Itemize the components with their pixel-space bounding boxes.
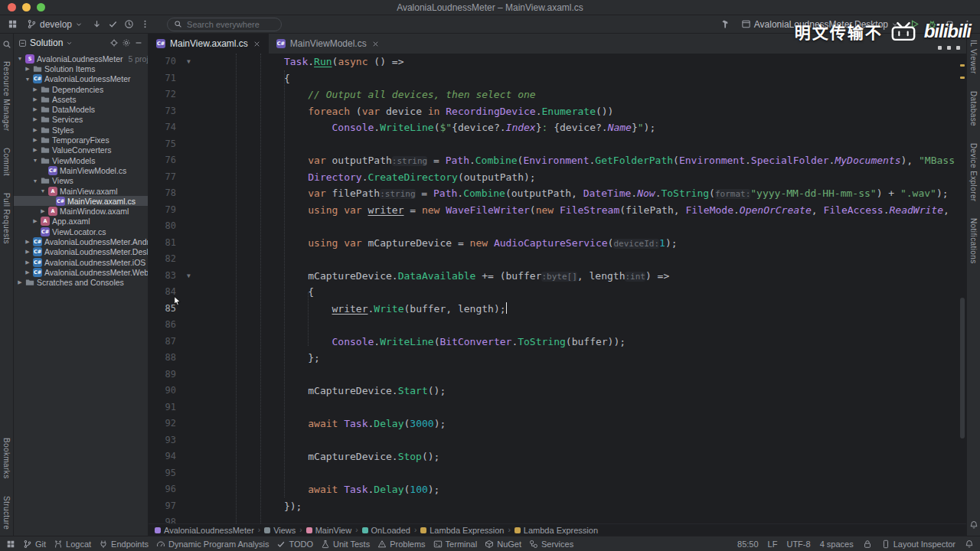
stripe-search-icon[interactable] (2, 40, 11, 49)
status-item-unit-tests[interactable]: Unit Tests (321, 540, 370, 549)
code-line-90[interactable]: 90 mCaptureDevice.Start(); (149, 383, 966, 399)
tree-chevron-icon[interactable]: ▶ (24, 249, 31, 255)
tool-window-button-device-explorer[interactable]: Device Explorer (969, 143, 978, 202)
code-line-91[interactable]: 91 (149, 399, 966, 416)
code-line-73[interactable]: 73 foreach (var device in RecordingDevic… (149, 103, 966, 120)
code-line-78[interactable]: 78 var filePath:string = Path.Combine(ou… (149, 185, 966, 202)
breadcrumb-lambda-expression[interactable]: Lambda Expression (420, 526, 504, 535)
panel-settings-icon[interactable] (122, 38, 131, 47)
code-line-93[interactable]: 93 (149, 432, 966, 449)
breadcrumb-mainview[interactable]: MainView (306, 526, 352, 535)
code-line-80[interactable]: 80 (149, 218, 966, 235)
breadcrumb-lambda-expression[interactable]: Lambda Expression (514, 526, 598, 535)
code-line-84[interactable]: 84 { (149, 284, 966, 301)
breadcrumb-avalonialoudnessmeter[interactable]: AvaloniaLoudnessMeter (155, 526, 254, 535)
minimize-window-button[interactable] (22, 3, 31, 11)
tree-item-avalonialoudnessmeter-web[interactable]: ▶C#AvaloniaLoudnessMeter.Web (14, 267, 148, 277)
tool-window-button-database[interactable]: Database (969, 91, 978, 126)
layouts-icon[interactable] (6, 540, 15, 549)
build-icon[interactable] (720, 19, 730, 29)
tree-chevron-icon[interactable]: ▶ (24, 239, 31, 245)
tree-item-avalonialoudnessmeter[interactable]: ▼SAvaloniaLoudnessMeter5 projects (14, 54, 148, 64)
tab-mainview-axaml-cs[interactable]: C#MainView.axaml.cs (149, 34, 269, 54)
tree-chevron-icon[interactable]: ▼ (17, 56, 23, 61)
tree-item-mainviewmodel-cs[interactable]: C#MainViewModel.cs (14, 165, 148, 175)
code-line-82[interactable]: 82 (149, 251, 966, 268)
tool-window-button-notifications[interactable]: Notifications (969, 218, 978, 264)
code-editor[interactable]: 70▼ Task.Run(async () =>71 {72 // Output… (149, 54, 966, 523)
vcs-update-icon[interactable] (92, 19, 102, 29)
status-item-git[interactable]: Git (23, 540, 46, 549)
notifications-icon[interactable] (969, 520, 978, 530)
breadcrumb-onloaded[interactable]: OnLoaded (362, 526, 410, 535)
status-item-services[interactable]: Services (529, 540, 573, 549)
tree-chevron-icon[interactable]: ▼ (32, 158, 38, 163)
tree-item-scratches-and-consoles[interactable]: ▶Scratches and Consoles (14, 278, 148, 288)
status-item-layout-inspector[interactable]: Layout Inspector (881, 540, 956, 549)
status-item-85-50[interactable]: 85:50 (737, 540, 759, 549)
tree-chevron-icon[interactable]: ▶ (32, 218, 38, 224)
tree-item-valueconverters[interactable]: ▶ValueConverters (14, 145, 148, 155)
code-line-89[interactable]: 89 (149, 367, 966, 383)
code-line-94[interactable]: 94 mCaptureDevice.Stop(); (149, 448, 966, 465)
tool-window-button-il-viewer[interactable]: IL Viewer (969, 40, 978, 74)
tree-chevron-icon[interactable]: ▶ (32, 86, 38, 93)
tree-item-styles[interactable]: ▶Styles (14, 125, 148, 135)
more-actions-icon[interactable] (140, 19, 150, 29)
editor-scrollbar[interactable] (960, 298, 965, 439)
code-line-81[interactable]: 81 using var mCaptureDevice = new AudioC… (149, 235, 966, 252)
tab-mainviewmodel-cs[interactable]: C#MainViewModel.cs (269, 34, 387, 54)
tree-chevron-icon[interactable]: ▶ (32, 137, 38, 143)
status-item-problems[interactable]: Problems (377, 540, 425, 549)
stop-button-icon[interactable] (945, 19, 955, 29)
status-item-endpoints[interactable]: Endpoints (99, 540, 149, 549)
maximize-window-button[interactable] (37, 3, 45, 11)
tree-chevron-icon[interactable]: ▶ (32, 96, 38, 103)
tree-item-datamodels[interactable]: ▶DataModels (14, 104, 148, 114)
tree-item-viewmodels[interactable]: ▼ViewModels (14, 155, 148, 165)
code-line-86[interactable]: 86 (149, 317, 966, 334)
status-item-bell[interactable] (965, 540, 974, 549)
close-tab-icon[interactable] (253, 40, 261, 48)
tree-item-views[interactable]: ▼Views (14, 176, 148, 186)
tree-item-mainview-axaml-cs[interactable]: C#MainView.axaml.cs (14, 196, 148, 206)
vcs-commit-icon[interactable] (108, 19, 118, 29)
tool-window-button-resource-manager[interactable]: Resource Manager (2, 61, 11, 131)
git-branch-widget[interactable]: develop (24, 18, 86, 31)
code-line-72[interactable]: 72 // Output all devices, then select on… (149, 86, 966, 103)
code-line-85[interactable]: 85 writer.Write(buffer, length); (149, 301, 966, 318)
code-line-87[interactable]: 87 Console.WriteLine(BitConverter.ToStri… (149, 334, 966, 350)
status-item-logcat[interactable]: Logcat (54, 540, 91, 549)
code-line-75[interactable]: 75 (149, 136, 966, 153)
code-line-79[interactable]: 79 using var writer = new WaveFileWriter… (149, 202, 966, 219)
tree-chevron-icon[interactable]: ▶ (17, 279, 23, 285)
tree-item-app-axaml[interactable]: ▶AApp.axaml (14, 217, 148, 227)
tree-chevron-icon[interactable]: ▶ (24, 259, 31, 266)
code-line-77[interactable]: 77 Directory.CreateDirectory(outputPath)… (149, 169, 966, 186)
tree-chevron-icon[interactable]: ▶ (32, 127, 38, 133)
tree-chevron-icon[interactable]: ▼ (24, 77, 31, 82)
status-item-4-spaces[interactable]: 4 spaces (820, 540, 854, 549)
search-everywhere[interactable]: Search everywhere (167, 18, 282, 31)
tree-item-avalonialoudnessmeter-desktop[interactable]: ▶C#AvaloniaLoudnessMeter.Desktop (14, 247, 148, 257)
window-controls[interactable] (0, 3, 45, 11)
status-item-lf[interactable]: LF (768, 540, 778, 549)
tree-item-dependencies[interactable]: ▶Dependencies (14, 84, 148, 94)
tool-window-button-pull-requests[interactable]: Pull Requests (2, 193, 11, 244)
breadcrumb-views[interactable]: Views (264, 526, 296, 535)
status-item-utf-8[interactable]: UTF-8 (786, 540, 810, 549)
tree-item-avalonialoudnessmeter-android[interactable]: ▶C#AvaloniaLoudnessMeter.Android (14, 236, 148, 246)
close-window-button[interactable] (8, 3, 16, 11)
tool-window-button-structure[interactable]: Structure (2, 496, 11, 530)
tree-item-temporaryfixes[interactable]: ▶TemporaryFixes (14, 135, 148, 145)
tree-item-avalonialoudnessmeter[interactable]: ▼C#AvaloniaLoudnessMeter (14, 74, 148, 84)
tool-window-button-commit[interactable]: Commit (2, 148, 11, 176)
status-item-dynamic-program-analysis[interactable]: Dynamic Program Analysis (156, 540, 269, 549)
tree-item-mainwindow-axaml[interactable]: ▶AMainWindow.axaml (14, 206, 148, 216)
status-item-nuget[interactable]: NuGet (485, 540, 521, 549)
fold-chevron-icon[interactable]: ▼ (181, 268, 212, 285)
tree-item-solution-items[interactable]: ▶Solution Items (14, 64, 148, 73)
tree-chevron-icon[interactable]: ▶ (24, 269, 31, 276)
close-tab-icon[interactable] (371, 40, 380, 48)
tree-chevron-icon[interactable]: ▶ (40, 208, 46, 214)
